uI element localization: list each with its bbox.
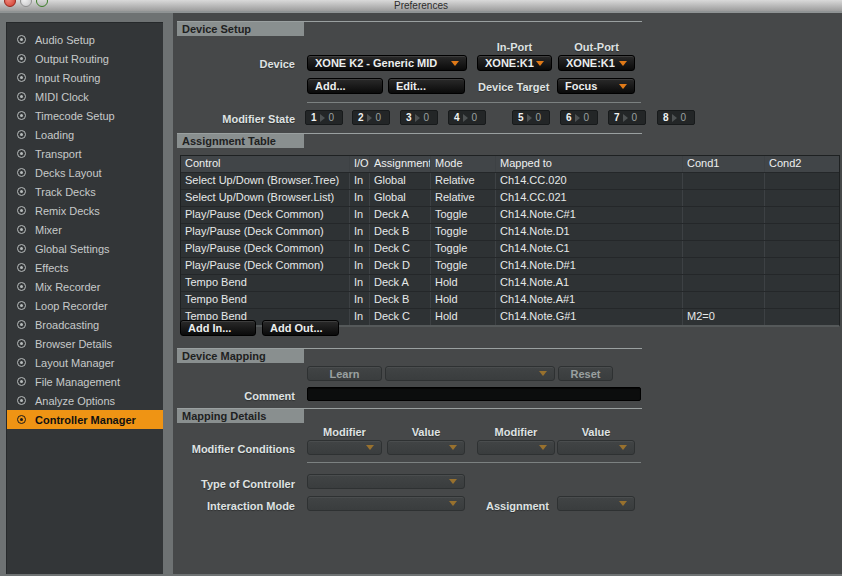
out-port-dropdown[interactable]: XONE:K1 bbox=[558, 55, 635, 71]
in-port-dropdown[interactable]: XONE:K1 bbox=[477, 55, 552, 71]
sidebar-item-timecode-setup[interactable]: Timecode Setup bbox=[7, 106, 163, 125]
sidebar-item-mixer[interactable]: Mixer bbox=[7, 220, 163, 239]
device-dropdown[interactable]: XONE K2 - Generic MID bbox=[307, 55, 467, 71]
sidebar-item-loading[interactable]: Loading bbox=[7, 125, 163, 144]
sidebar-item-analyze-options[interactable]: Analyze Options bbox=[7, 391, 163, 410]
page-bullet-icon bbox=[17, 149, 26, 158]
sidebar-item-transport[interactable]: Transport bbox=[7, 144, 163, 163]
sidebar-item-broadcasting[interactable]: Broadcasting bbox=[7, 315, 163, 334]
sidebar-item-label: Global Settings bbox=[35, 243, 110, 255]
cell-mode: Toggle bbox=[430, 258, 495, 274]
sidebar-item-decks-layout[interactable]: Decks Layout bbox=[7, 163, 163, 182]
sidebar-item-layout-manager[interactable]: Layout Manager bbox=[7, 353, 163, 372]
sidebar-item-track-decks[interactable]: Track Decks bbox=[7, 182, 163, 201]
table-row[interactable]: Play/Pause (Deck Common) In Deck A Toggl… bbox=[181, 206, 839, 223]
modifier-number: 2 bbox=[353, 112, 364, 123]
modifier-1-state[interactable]: 10 bbox=[305, 110, 343, 125]
modifier-6-state[interactable]: 60 bbox=[560, 110, 598, 125]
table-row[interactable]: Select Up/Down (Browser.List) In Global … bbox=[181, 189, 839, 206]
assignment-table: Control I/O Assignment Mode Mapped to Co… bbox=[180, 155, 840, 327]
reset-button[interactable]: Reset bbox=[558, 366, 613, 381]
column-header-control: Control bbox=[181, 156, 349, 172]
modifier-3-state[interactable]: 30 bbox=[400, 110, 438, 125]
cell-mode: Hold bbox=[430, 292, 495, 308]
assignment-table-body: Select Up/Down (Browser.Tree) In Global … bbox=[181, 172, 839, 325]
learn-button[interactable]: Learn bbox=[307, 366, 382, 381]
value-col-label: Value bbox=[557, 426, 635, 438]
cell-cond2 bbox=[764, 292, 839, 308]
chevron-right-icon bbox=[527, 114, 532, 122]
add-in-button[interactable]: Add In... bbox=[180, 320, 256, 336]
modifier-number: 7 bbox=[609, 112, 620, 123]
page-bullet-icon bbox=[17, 73, 26, 82]
edit-device-button[interactable]: Edit... bbox=[388, 78, 465, 94]
modifier-8-state[interactable]: 80 bbox=[657, 110, 695, 125]
table-row[interactable]: Play/Pause (Deck Common) In Deck D Toggl… bbox=[181, 257, 839, 274]
chevron-down-icon bbox=[449, 445, 457, 450]
sidebar-item-remix-decks[interactable]: Remix Decks bbox=[7, 201, 163, 220]
page-bullet-icon bbox=[17, 339, 26, 348]
sidebar-item-input-routing[interactable]: Input Routing bbox=[7, 68, 163, 87]
modifier-value: 0 bbox=[632, 112, 638, 123]
modifier-2-state[interactable]: 20 bbox=[352, 110, 390, 125]
main-panel: Device Setup In-Port Out-Port Device XON… bbox=[173, 13, 842, 574]
cell-control: Play/Pause (Deck Common) bbox=[181, 224, 349, 240]
assignment-dropdown[interactable] bbox=[557, 496, 635, 511]
modifier-col-label: Modifier bbox=[307, 426, 382, 438]
sidebar-item-browser-details[interactable]: Browser Details bbox=[7, 334, 163, 353]
window-title: Preferences bbox=[0, 0, 842, 11]
cell-assignment: Deck A bbox=[369, 207, 430, 223]
table-row[interactable]: Play/Pause (Deck Common) In Deck C Toggl… bbox=[181, 240, 839, 257]
sidebar-item-audio-setup[interactable]: Audio Setup bbox=[7, 30, 163, 49]
modifier-4-state[interactable]: 40 bbox=[448, 110, 486, 125]
modifier-7-state[interactable]: 70 bbox=[608, 110, 646, 125]
value1-dropdown[interactable] bbox=[387, 440, 465, 455]
cell-io: In bbox=[349, 258, 369, 274]
cell-mode: Hold bbox=[430, 275, 495, 291]
page-bullet-icon bbox=[17, 301, 26, 310]
comment-input[interactable] bbox=[307, 387, 641, 401]
sidebar-item-label: Browser Details bbox=[35, 338, 112, 350]
chevron-down-icon bbox=[536, 61, 544, 66]
add-out-button[interactable]: Add Out... bbox=[262, 320, 339, 336]
sidebar-item-global-settings[interactable]: Global Settings bbox=[7, 239, 163, 258]
device-target-dropdown[interactable]: Focus bbox=[557, 78, 635, 94]
table-row[interactable]: Play/Pause (Deck Common) In Deck B Toggl… bbox=[181, 223, 839, 240]
modifier-number: 4 bbox=[449, 112, 460, 123]
sidebar-item-mix-recorder[interactable]: Mix Recorder bbox=[7, 277, 163, 296]
modifier1-dropdown[interactable] bbox=[307, 440, 382, 455]
value2-dropdown[interactable] bbox=[557, 440, 635, 455]
chevron-down-icon bbox=[449, 501, 457, 506]
cell-cond2 bbox=[764, 241, 839, 257]
assignment-table-header: Control I/O Assignment Mode Mapped to Co… bbox=[181, 156, 839, 172]
cell-assignment: Deck C bbox=[369, 309, 430, 325]
cell-mode: Toggle bbox=[430, 224, 495, 240]
sidebar-item-output-routing[interactable]: Output Routing bbox=[7, 49, 163, 68]
sidebar-item-label: Mixer bbox=[35, 224, 62, 236]
chevron-right-icon bbox=[672, 114, 677, 122]
modifier-5-state[interactable]: 50 bbox=[512, 110, 550, 125]
sidebar-item-label: Loading bbox=[35, 129, 74, 141]
cell-cond2 bbox=[764, 173, 839, 189]
mapping-assignment-dropdown[interactable] bbox=[385, 366, 555, 381]
cell-cond2 bbox=[764, 224, 839, 240]
interaction-mode-dropdown[interactable] bbox=[307, 496, 465, 511]
type-of-controller-dropdown[interactable] bbox=[307, 474, 465, 489]
sidebar-item-effects[interactable]: Effects bbox=[7, 258, 163, 277]
table-row[interactable]: Tempo Bend In Deck A Hold Ch14.Note.A1 bbox=[181, 274, 839, 291]
cell-mapped-to: Ch14.Note.D#1 bbox=[495, 258, 682, 274]
sidebar-item-file-management[interactable]: File Management bbox=[7, 372, 163, 391]
add-device-button[interactable]: Add... bbox=[307, 78, 383, 94]
chevron-down-icon bbox=[366, 445, 374, 450]
table-row[interactable]: Select Up/Down (Browser.Tree) In Global … bbox=[181, 172, 839, 189]
chevron-down-icon bbox=[619, 445, 627, 450]
sidebar-item-midi-clock[interactable]: MIDI Clock bbox=[7, 87, 163, 106]
sidebar-item-loop-recorder[interactable]: Loop Recorder bbox=[7, 296, 163, 315]
chevron-right-icon bbox=[320, 114, 325, 122]
modifier2-dropdown[interactable] bbox=[477, 440, 555, 455]
table-row[interactable]: Tempo Bend In Deck B Hold Ch14.Note.A#1 bbox=[181, 291, 839, 308]
column-header-cond1: Cond1 bbox=[682, 156, 764, 172]
page-bullet-icon bbox=[17, 225, 26, 234]
sidebar-item-label: Audio Setup bbox=[35, 34, 95, 46]
sidebar-item-controller-manager[interactable]: Controller Manager bbox=[7, 410, 163, 429]
